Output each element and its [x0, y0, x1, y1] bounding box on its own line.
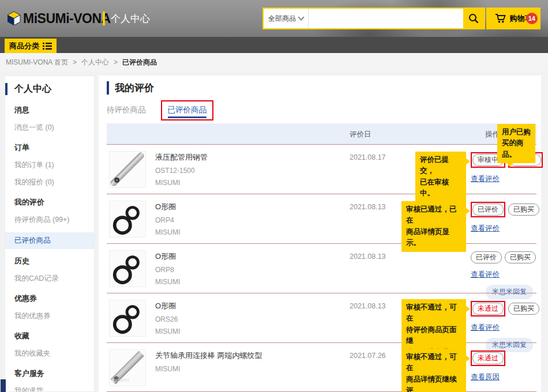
cart-button[interactable]: 购物车 14: [486, 7, 541, 29]
sidebar-title: 个人中心: [5, 83, 94, 95]
product-name[interactable]: O形圈: [155, 251, 180, 262]
section-header: 消息: [14, 105, 94, 115]
view-review-link[interactable]: 查看评价: [471, 224, 500, 233]
search-category-select[interactable]: 全部商品: [264, 9, 309, 28]
page-title-group: 个人中心: [103, 8, 150, 29]
section-header: 历史: [14, 256, 94, 266]
sidebar-section-reviews: 我的评价 待评价商品 (99+) 已评价商品: [5, 197, 94, 249]
catalog-button-label: 商品分类: [9, 41, 39, 51]
table-header-row: 评价日 操作 用户已购 买的商品。: [107, 123, 536, 144]
product-brand: MISUMI: [155, 365, 262, 373]
page-section-title: 我的评价: [107, 81, 536, 95]
table-row: misumi 关节轴承用连接棒 两端内螺纹型 MISUMI 2021.07.26…: [107, 342, 536, 392]
list-menu-icon: [43, 42, 52, 50]
row-actions: 未通过 查看原因: [471, 350, 533, 382]
tab-pending-reviews[interactable]: 待评价商品: [107, 105, 146, 115]
sidebar-section-favorites: 收藏 我的收藏夹: [5, 331, 94, 359]
section-header: 收藏: [14, 331, 94, 341]
o-ring-image: [110, 251, 145, 287]
product-name[interactable]: 关节轴承用连接棒 两端内螺纹型: [155, 350, 262, 361]
purchased-badge: 已购买: [505, 251, 536, 263]
section-header: 客户服务: [14, 368, 94, 379]
product-brand: MISUMI: [155, 278, 180, 286]
sidebar-item-my-coupons[interactable]: 我的优惠券: [14, 311, 94, 321]
product-brand: MISUMI: [155, 228, 180, 236]
breadcrumb-separator: >: [73, 58, 77, 66]
tab-reviewed-products[interactable]: 已评价商品: [168, 105, 207, 118]
page-title: 个人中心: [111, 12, 150, 25]
top-header: MiSUMi-VONA 个人中心 全部商品: [0, 0, 548, 37]
chevron-down-icon: [298, 14, 304, 20]
logo-text: MiSUMi-VONA: [23, 11, 111, 27]
breadcrumb-home-link[interactable]: MISUMI-VONA 首页: [6, 58, 68, 67]
product-brand: MISUMI: [155, 179, 208, 187]
sidebar-item-my-quotes[interactable]: 我的报价 (0): [14, 178, 94, 187]
sidebar-item-my-returns[interactable]: 我的退货: [14, 386, 94, 392]
sidebar-item-pending-reviews[interactable]: 待评价商品 (99+): [14, 215, 94, 225]
sidebar-item-cad-history[interactable]: 我的CAD记录: [14, 274, 94, 284]
sidebar-section-customer-service: 客户服务 我的退货 我的换货 目录与软件申请: [5, 368, 94, 392]
callout-purchased-products: 用户已购 买的商品。: [497, 124, 535, 163]
steel-pipe-image: [110, 152, 145, 187]
cart-count-badge: 14: [526, 13, 538, 24]
product-model: ORS26: [155, 315, 180, 323]
review-date: 2021.08.13: [350, 252, 386, 261]
logo[interactable]: MiSUMi-VONA: [5, 8, 111, 29]
breadcrumb-separator: >: [114, 58, 118, 66]
annotation-box-active-tab: 已评价商品: [161, 100, 214, 120]
product-model: ORP4: [155, 216, 180, 224]
search-bar: 全部商品: [262, 7, 485, 29]
view-reason-link[interactable]: 查看原因: [471, 372, 500, 382]
hex-rod-image: misumi: [110, 350, 145, 386]
table-row: O形圈 ORP8 MISUMI 2021.08.13 已评价 已购买 查看评价 …: [107, 243, 536, 293]
sidebar-item-my-favorites[interactable]: 我的收藏夹: [14, 349, 94, 359]
annotation-box-status: 未通过: [471, 301, 505, 316]
purchased-badge: 已购买: [508, 203, 539, 216]
product-categories-button[interactable]: 商品分类: [5, 39, 57, 53]
product-name[interactable]: 液压配管用钢管: [155, 152, 208, 163]
callout-review-submitted: 评价已提交， 已在审核中。: [415, 152, 466, 202]
view-review-link[interactable]: 查看评价: [471, 270, 500, 280]
review-date: 2021.08.13: [350, 203, 386, 211]
sidebar-section-orders: 订单 我的订单 (1) 我的报价 (0): [5, 142, 94, 187]
o-ring-image: [110, 201, 145, 237]
callout-review-rejected-detail: 审核不通过，可在 商品详情页继续评 价该商品。: [401, 349, 466, 392]
title-separator: [103, 12, 105, 25]
review-tabs: 待评价商品 已评价商品: [107, 100, 536, 120]
status-badge-reviewed: 已评价: [471, 251, 502, 263]
product-image[interactable]: [109, 250, 146, 287]
table-row: O形圈 ORP4 MISUMI 2021.08.13 审核已通过，已在 商品详情…: [107, 194, 536, 243]
section-header: 我的评价: [14, 197, 94, 208]
view-review-link[interactable]: 查看评价: [471, 323, 500, 333]
section-header: 订单: [14, 142, 94, 153]
image-watermark: misumi: [111, 376, 129, 383]
o-ring-image: [110, 300, 145, 336]
section-header: 优惠券: [14, 293, 94, 304]
annotation-box-status: 已评价: [471, 202, 505, 217]
product-model: OST12-1500: [155, 167, 208, 175]
misumi-cube-icon: [5, 10, 23, 27]
sidebar-section-history: 历史 我的CAD记录: [5, 256, 94, 284]
breadcrumb-personal-center-link[interactable]: 个人中心: [81, 58, 109, 67]
product-name[interactable]: O形圈: [155, 301, 180, 311]
product-image[interactable]: [109, 201, 146, 238]
callout-review-approved: 审核已通过，已在 商品详情页显示。: [401, 201, 466, 252]
sidebar-item-my-orders[interactable]: 我的订单 (1): [14, 160, 94, 170]
category-navbar: 商品分类: [0, 37, 548, 53]
sidebar-item-reviewed-products[interactable]: 已评价商品: [5, 232, 94, 249]
product-image[interactable]: [109, 300, 146, 337]
search-button[interactable]: [463, 9, 484, 28]
sidebar-scrollbar-thumb[interactable]: [1, 379, 6, 392]
annotation-box-status: 未通过: [471, 350, 505, 366]
product-image[interactable]: misumi: [109, 349, 146, 386]
search-category-value: 全部商品: [268, 14, 296, 24]
search-input[interactable]: [309, 9, 463, 28]
product-name[interactable]: O形圈: [155, 202, 180, 212]
sidebar-item-message-list[interactable]: 消息一览 (0): [14, 123, 94, 133]
cart-icon: [495, 13, 506, 24]
status-badge-rejected: 未通过: [472, 303, 504, 315]
row-actions: 已评价 已购买 查看评价 米思米回复: [471, 251, 533, 299]
view-review-link[interactable]: 查看评价: [471, 174, 500, 184]
product-model: ORP8: [155, 266, 180, 274]
product-image[interactable]: [109, 151, 146, 188]
